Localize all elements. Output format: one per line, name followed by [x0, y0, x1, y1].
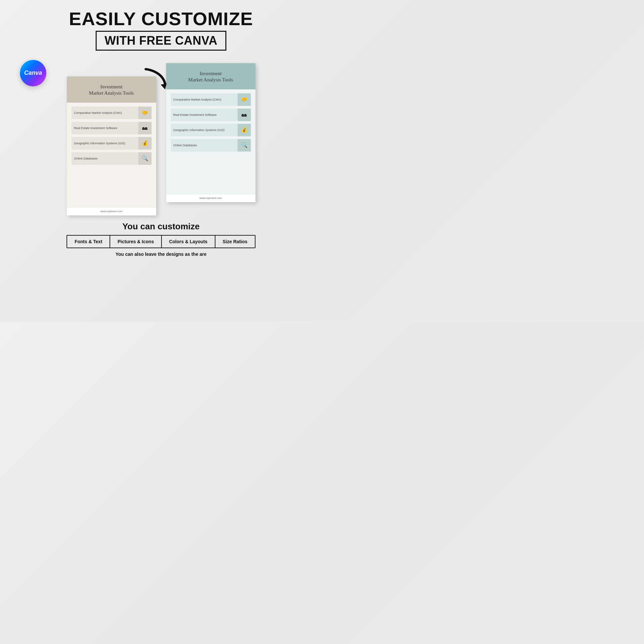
right-card-body: Comparative Market Analysis (CMA) 🤝 Real… [166, 89, 255, 195]
row-icon: 🏘 [238, 109, 251, 121]
subtitle-box: WITH FREE CANVA [96, 31, 226, 51]
table-row: Comparative Market Analysis (CMA) 🤝 [71, 107, 152, 119]
option-colors: Colors & Layouts [162, 236, 215, 248]
left-card-body: Comparative Market Analysis (CMA) 🤝 Real… [67, 103, 156, 208]
right-card-header: Investment Market Analysis Tools [166, 63, 255, 89]
header: EASILY CUSTOMIZE WITH FREE CANVA [0, 0, 322, 54]
row-label: Comparative Market Analysis (CMA) [171, 98, 238, 101]
row-label: Geographic Information Systems (GIS) [71, 142, 138, 145]
arrow-icon [141, 63, 171, 93]
row-label: Real Estate Investment Software [71, 126, 138, 130]
row-icon: 🤝 [238, 93, 251, 106]
row-label: Online Databases [171, 144, 238, 147]
left-template-card: Investment Market Analysis Tools Compara… [67, 76, 156, 215]
customize-title: You can customize [7, 221, 315, 232]
right-card-title: Investment Market Analysis Tools [171, 70, 250, 83]
row-icon: 🤝 [138, 107, 152, 119]
subtitle-text: WITH FREE CANVA [105, 34, 217, 47]
table-row: Geographic Information Systems (GIS) 💰 [71, 137, 152, 150]
row-label: Online Databases [71, 157, 138, 160]
canva-badge: Canva [20, 60, 46, 86]
option-sizes: Size Ratios [215, 236, 255, 248]
table-row: Geographic Information Systems (GIS) 💰 [171, 124, 251, 136]
bottom-section: You can customize Fonts & Text Pictures … [0, 219, 322, 259]
svg-marker-0 [161, 83, 166, 89]
option-pictures: Pictures & Icons [110, 236, 162, 248]
main-title: EASILY CUSTOMIZE [7, 9, 315, 29]
row-label: Real Estate Investment Software [171, 113, 238, 116]
row-icon: 💰 [238, 124, 251, 136]
footer-note: You can also leave the designs as the ar… [7, 252, 315, 257]
left-card-title: Investment Market Analysis Tools [72, 84, 151, 97]
canva-label: Canva [24, 69, 42, 76]
table-row: Real Estate Investment Software 🏘 [71, 122, 152, 134]
table-row: Online Databases 🔍 [171, 139, 251, 152]
table-row: Comparative Market Analysis (CMA) 🤝 [171, 93, 251, 106]
row-label: Comparative Market Analysis (CMA) [71, 111, 138, 115]
right-template-card: Investment Market Analysis Tools Compara… [166, 63, 255, 202]
row-label: Geographic Information Systems (GIS) [171, 128, 238, 132]
table-row: Online Databases 🔍 [71, 152, 152, 165]
arrow-container [141, 63, 171, 94]
option-fonts: Fonts & Text [67, 236, 110, 248]
row-icon: 🏘 [138, 122, 152, 134]
right-card-footer: www.mybrand.com [166, 195, 255, 202]
table-row: Real Estate Investment Software 🏘 [171, 109, 251, 121]
row-icon: 💰 [138, 137, 152, 150]
row-icon: 🔍 [238, 139, 251, 152]
cards-area: Canva Investment Market Analysis Tools C… [0, 54, 322, 219]
row-icon: 🔍 [138, 152, 152, 165]
options-box: Fonts & Text Pictures & Icons Colors & L… [67, 235, 255, 248]
left-card-footer: www.mybrand.com [67, 208, 156, 215]
